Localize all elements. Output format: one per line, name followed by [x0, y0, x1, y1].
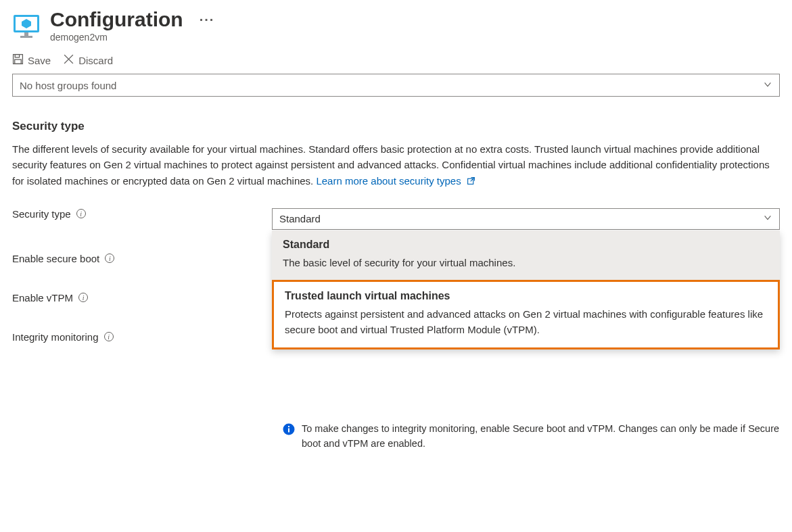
svg-rect-14 — [288, 426, 289, 427]
save-icon — [12, 53, 24, 67]
svg-line-11 — [471, 177, 475, 181]
svg-rect-6 — [15, 55, 19, 57]
save-button[interactable]: Save — [12, 53, 51, 67]
host-group-select[interactable]: No host groups found — [12, 74, 780, 97]
svg-rect-3 — [24, 32, 28, 36]
label-enable-secure-boot: Enable secure boot i — [12, 253, 272, 264]
security-type-select[interactable]: Standard — [272, 208, 780, 230]
info-icon[interactable]: i — [105, 253, 114, 263]
page-title: Configuration ··· — [50, 8, 214, 30]
info-icon[interactable]: i — [76, 209, 86, 218]
discard-button[interactable]: Discard — [63, 53, 113, 67]
integrity-info-banner: To make changes to integrity monitoring,… — [283, 422, 780, 452]
section-heading-security-type: Security type — [12, 120, 780, 133]
close-icon — [63, 53, 74, 67]
option-standard[interactable]: Standard The basic level of security for… — [272, 231, 780, 280]
label-security-type: Security type i — [12, 208, 272, 220]
learn-more-link[interactable]: Learn more about security types — [316, 175, 475, 187]
svg-rect-13 — [288, 428, 289, 432]
external-link-icon — [467, 174, 475, 189]
info-icon[interactable]: i — [78, 293, 88, 302]
svg-rect-4 — [20, 36, 32, 38]
label-enable-vtpm: Enable vTPM i — [12, 292, 272, 304]
svg-rect-7 — [15, 59, 22, 64]
chevron-down-icon — [763, 213, 772, 224]
toolbar: Save Discard — [0, 44, 792, 74]
label-integrity-monitoring: Integrity monitoring i — [12, 331, 272, 343]
chevron-down-icon — [763, 80, 772, 91]
option-trusted-launch[interactable]: Trusted launch virtual machines Protects… — [272, 280, 780, 349]
section-description: The different levels of security availab… — [12, 141, 780, 189]
info-circle-icon — [283, 423, 295, 435]
vm-resource-icon — [12, 12, 41, 41]
info-icon[interactable]: i — [104, 332, 114, 341]
resource-name: demogen2vm — [50, 32, 214, 43]
more-actions-icon[interactable]: ··· — [200, 12, 215, 27]
security-type-dropdown: Standard The basic level of security for… — [272, 231, 780, 349]
